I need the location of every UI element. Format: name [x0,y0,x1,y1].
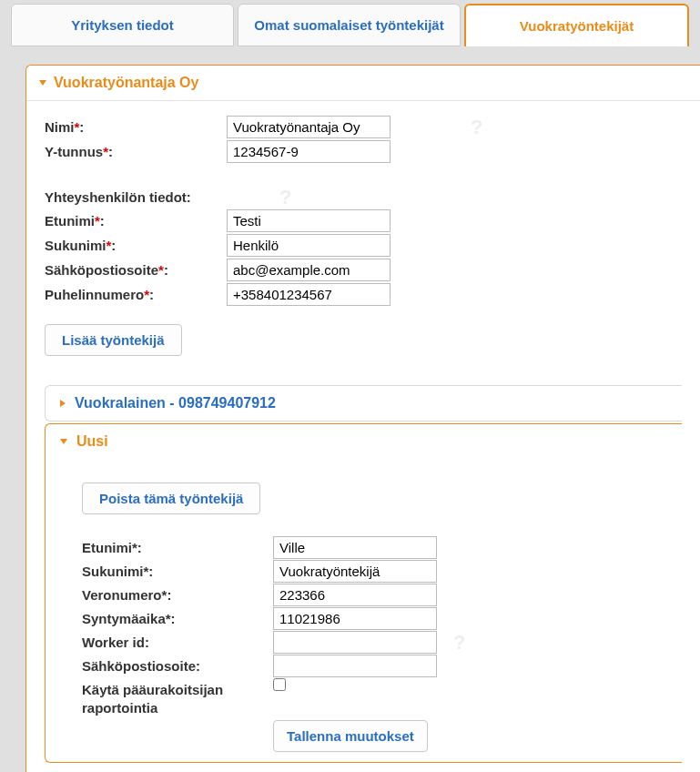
worker-dob-label: Syntymäaika*: [82,608,273,629]
contact-phone-input[interactable] [227,283,391,306]
help-icon[interactable]: ? [453,631,465,655]
tenant-panel: Vuokralainen - 098749407912 [45,385,682,422]
help-icon[interactable]: ? [471,116,482,139]
worker-id-label: Worker id: [82,632,273,653]
contact-lastname-input[interactable] [227,234,391,257]
maincontractor-checkbox[interactable] [273,678,286,691]
worker-taxnum-label: Veronumero*: [82,584,273,605]
employer-panel-title: Vuokratyönantaja Oy [54,75,198,91]
chevron-down-icon [60,439,67,444]
tab-rental-workers[interactable]: Vuokratyöntekijät [464,4,689,46]
worker-lastname-label: Sukunimi*: [82,561,273,582]
save-changes-button[interactable]: Tallenna muutokset [273,720,428,752]
maincontractor-label: Käytä pääurakoitsijan raportointia [82,678,273,719]
help-icon[interactable]: ? [279,186,291,209]
contact-lastname-label: Sukunimi*: [45,235,227,256]
contact-firstname-input[interactable] [227,209,391,232]
tab-own-workers[interactable]: Omat suomalaiset työntekijät [238,4,461,46]
new-worker-panel-title: Uusi [76,433,108,450]
new-worker-panel-header[interactable]: Uusi [46,424,682,459]
worker-firstname-input[interactable] [273,536,437,559]
add-worker-button[interactable]: Lisää työntekijä [45,324,182,356]
employer-panel-body: Nimi*: ? Y-tunnus*: Yhteyshenkilön tiedo… [26,101,700,772]
name-label: Nimi*: [45,117,227,137]
name-input[interactable] [227,116,391,138]
contact-heading: Yhteyshenkilön tiedot: [45,187,191,208]
contact-phone-label: Puhelinnumero*: [45,284,227,305]
tenant-panel-title: Vuokralainen - 098749407912 [75,395,276,411]
new-worker-panel: Uusi Poista tämä työntekijä Etunimi*: Su… [45,423,682,763]
tenant-panel-header[interactable]: Vuokralainen - 098749407912 [46,386,682,421]
remove-worker-button[interactable]: Poista tämä työntekijä [82,482,260,514]
worker-email-label: Sähköpostiosoite: [82,655,273,676]
worker-taxnum-input[interactable] [273,584,437,606]
employer-panel-header[interactable]: Vuokratyönantaja Oy [26,66,700,101]
contact-firstname-label: Etunimi*: [45,210,227,231]
ytunnus-label: Y-tunnus*: [45,141,227,162]
worker-dob-input[interactable] [273,607,437,630]
contact-email-input[interactable] [227,259,391,281]
tab-bar: Yrityksen tiedot Omat suomalaiset työnte… [0,0,700,46]
chevron-right-icon [60,400,66,407]
contact-email-label: Sähköpostiosoite*: [45,259,227,280]
tab-company[interactable]: Yrityksen tiedot [11,4,234,46]
ytunnus-input[interactable] [227,140,391,163]
worker-lastname-input[interactable] [273,560,437,583]
employer-panel: Vuokratyönantaja Oy Nimi*: ? Y-tunnus*: … [25,65,700,772]
worker-firstname-label: Etunimi*: [82,537,273,558]
new-worker-panel-body: Poista tämä työntekijä Etunimi*: Sukunim… [46,459,682,762]
worker-id-input[interactable] [273,631,437,654]
chevron-down-icon [39,80,46,86]
worker-email-input[interactable] [273,655,437,677]
